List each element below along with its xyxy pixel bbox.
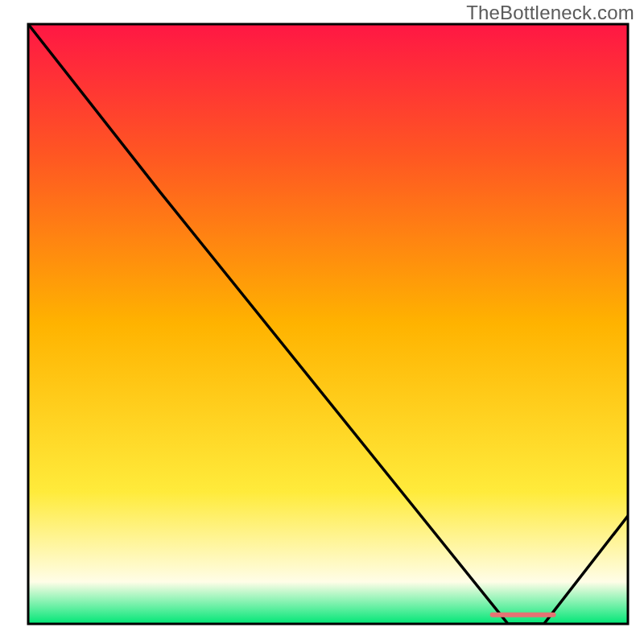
optimal-band-marker [490,613,556,617]
bottleneck-chart [0,0,644,644]
chart-background-gradient [28,24,628,624]
chart-container: TheBottleneck.com [0,0,644,644]
watermark-text: TheBottleneck.com [466,2,634,24]
